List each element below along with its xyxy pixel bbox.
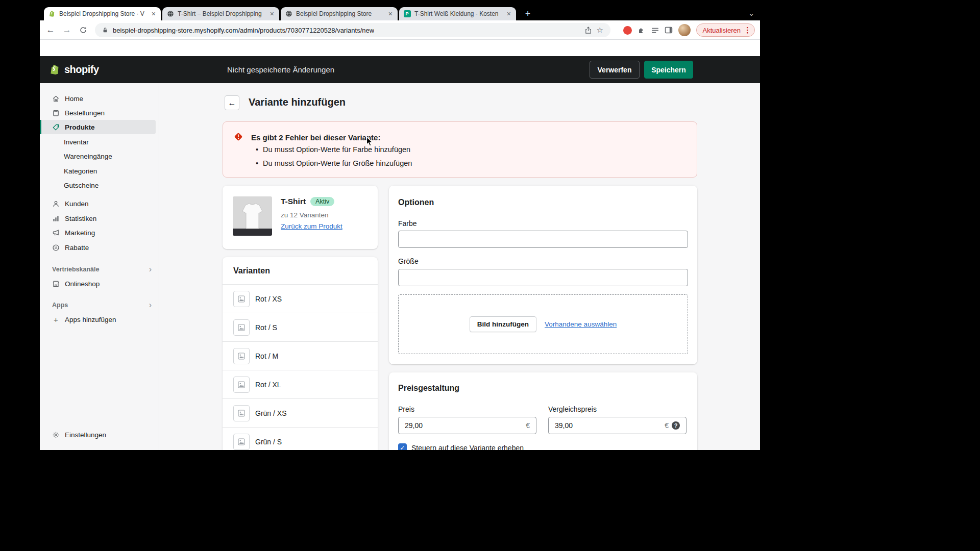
sidebar-item-inventory[interactable]: Inventar bbox=[40, 135, 156, 149]
color-input[interactable] bbox=[398, 231, 688, 248]
error-banner: Es gibt 2 Fehler bei dieser Variante: Du… bbox=[223, 121, 697, 178]
browser-window: Beispiel Dropshipping Store · V × T-Shir… bbox=[40, 5, 760, 450]
unsaved-changes-message: Nicht gespeicherte Änderungen bbox=[227, 56, 334, 83]
reload-button[interactable] bbox=[77, 20, 90, 40]
sidebar-item-online-store[interactable]: Onlineshop bbox=[40, 277, 156, 291]
shopify-bag-icon bbox=[49, 64, 61, 76]
currency-suffix: € bbox=[665, 421, 669, 430]
sidebar-item-marketing[interactable]: Marketing bbox=[40, 226, 156, 240]
choose-existing-link[interactable]: Vorhandene auswählen bbox=[545, 320, 617, 328]
sidebar-item-analytics[interactable]: Statistiken bbox=[40, 211, 156, 226]
adblock-extension-icon[interactable] bbox=[623, 26, 632, 35]
tab-title: Beispiel Dropshipping Store bbox=[296, 10, 384, 17]
tab-title: T-Shirt – Beispiel Dropshipping bbox=[178, 10, 265, 17]
sidebar-item-settings[interactable]: Einstellungen bbox=[40, 428, 156, 442]
tab-title: Beispiel Dropshipping Store · V bbox=[59, 10, 147, 17]
forward-button[interactable]: → bbox=[60, 20, 74, 40]
tab-strip: Beispiel Dropshipping Store · V × T-Shir… bbox=[40, 5, 760, 20]
sidebar-item-discounts[interactable]: Rabatte bbox=[40, 240, 156, 255]
error-item: Du musst Option-Werte für Größe hinzufüg… bbox=[256, 159, 412, 167]
tab-3-storefront[interactable]: Beispiel Dropshipping Store × bbox=[281, 7, 398, 20]
error-banner-title: Es gibt 2 Fehler bei dieser Variante: bbox=[251, 133, 380, 142]
sidebar-item-home[interactable]: Home bbox=[40, 91, 156, 106]
address-bar[interactable]: beispiel-dropshipping-store.myshopify.co… bbox=[95, 23, 610, 37]
lock-icon bbox=[102, 27, 108, 33]
globe-icon bbox=[285, 10, 292, 18]
sidebar-item-customers[interactable]: Kunden bbox=[40, 196, 156, 211]
page-back-button[interactable]: ← bbox=[225, 95, 239, 110]
size-input[interactable] bbox=[398, 269, 688, 286]
sidebar-item-collections[interactable]: Kategorien bbox=[40, 164, 156, 178]
sidebar-item-gift-cards[interactable]: Gutscheine bbox=[40, 178, 156, 192]
reading-list-icon[interactable] bbox=[651, 27, 659, 34]
discard-button[interactable]: Verwerfen bbox=[590, 61, 640, 79]
chrome-update-button[interactable]: Aktualisieren ⋮ bbox=[696, 23, 755, 37]
back-to-product-link[interactable]: Zurück zum Produkt bbox=[281, 222, 342, 230]
shopify-logo[interactable]: shopify bbox=[49, 56, 99, 83]
variant-label: Rot / XS bbox=[255, 295, 282, 303]
image-dropzone: Bild hinzufügen Vorhandene auswählen bbox=[398, 294, 688, 354]
size-field-label: Größe bbox=[398, 257, 419, 265]
variant-row-rot-xl[interactable]: Rot / XL bbox=[223, 370, 378, 399]
marketing-icon bbox=[52, 229, 60, 237]
tab-search-chevron-icon[interactable]: ⌄ bbox=[745, 7, 757, 19]
page-title: Variante hinzufügen bbox=[249, 96, 346, 108]
tax-checkbox-label: Steuern auf diese Variante erheben bbox=[411, 444, 524, 450]
plus-icon: + bbox=[52, 316, 60, 323]
sidebar-section-apps[interactable]: Apps › bbox=[52, 300, 152, 310]
compare-price-input-wrap: € ? bbox=[548, 417, 687, 434]
tab-2-storefront-product[interactable]: T-Shirt – Beispiel Dropshipping × bbox=[162, 7, 279, 20]
share-icon[interactable] bbox=[584, 27, 592, 34]
bookmark-star-icon[interactable]: ☆ bbox=[597, 26, 603, 35]
critical-diamond-icon bbox=[233, 132, 243, 144]
variant-row-rot-xs[interactable]: Rot / XS bbox=[223, 285, 378, 313]
customers-icon bbox=[52, 200, 60, 208]
add-image-button[interactable]: Bild hinzufügen bbox=[470, 316, 536, 332]
shopify-bag-icon bbox=[48, 10, 56, 18]
extensions-puzzle-icon[interactable] bbox=[638, 26, 646, 34]
tab-4-pexels[interactable]: P T-Shirt Weiß Kleidung - Kosten × bbox=[399, 7, 516, 20]
variant-row-gruen-xs[interactable]: Grün / XS bbox=[223, 399, 378, 428]
sidebar-item-add-apps[interactable]: + Apps hinzufügen bbox=[40, 312, 156, 327]
variant-row-rot-s[interactable]: Rot / S bbox=[223, 313, 378, 342]
tab-title: T-Shirt Weiß Kleidung - Kosten bbox=[414, 10, 502, 17]
compare-price-input[interactable] bbox=[555, 421, 662, 430]
close-icon[interactable]: × bbox=[506, 10, 512, 17]
profile-avatar[interactable] bbox=[678, 24, 691, 36]
save-button[interactable]: Speichern bbox=[644, 61, 693, 79]
variant-row-gruen-s[interactable]: Grün / S bbox=[223, 428, 378, 450]
sidebar-item-products[interactable]: Produkte bbox=[40, 120, 156, 134]
analytics-icon bbox=[52, 215, 60, 222]
close-icon[interactable]: × bbox=[151, 10, 157, 17]
toolbar-divider bbox=[40, 39, 760, 40]
price-input[interactable] bbox=[405, 421, 523, 430]
tab-1-shopify-admin[interactable]: Beispiel Dropshipping Store · V × bbox=[44, 7, 161, 20]
variant-row-rot-m[interactable]: Rot / M bbox=[223, 342, 378, 370]
pricing-card: Preisgestaltung Preis Vergleichspreis € … bbox=[389, 372, 697, 450]
status-badge: Aktiv bbox=[310, 197, 334, 206]
image-placeholder-icon bbox=[233, 434, 250, 450]
image-placeholder-icon bbox=[233, 348, 250, 364]
new-tab-button[interactable]: + bbox=[522, 8, 534, 19]
tax-checkbox[interactable]: ✓ bbox=[398, 443, 407, 450]
close-icon[interactable]: × bbox=[269, 10, 275, 17]
variants-card: Varianten Rot / XS Rot / S Rot / M Rot /… bbox=[223, 257, 378, 450]
close-icon[interactable]: × bbox=[387, 10, 394, 17]
sidebar-section-sales-channels[interactable]: Vertriebskanäle › bbox=[52, 264, 152, 274]
product-photo bbox=[233, 196, 272, 236]
help-icon[interactable]: ? bbox=[672, 421, 680, 430]
main-content: ← Variante hinzufügen Es gibt 2 Fehler b… bbox=[159, 83, 760, 450]
side-panel-icon[interactable] bbox=[665, 26, 673, 34]
tax-checkbox-row: ✓ Steuern auf diese Variante erheben bbox=[398, 443, 524, 450]
back-button[interactable]: ← bbox=[44, 20, 57, 40]
variants-card-title: Varianten bbox=[233, 266, 270, 276]
update-label: Aktualisieren bbox=[703, 27, 741, 34]
orders-icon bbox=[52, 109, 60, 117]
toolbar-extensions-area: Aktualisieren ⋮ bbox=[623, 20, 755, 40]
sidebar-item-orders[interactable]: Bestellungen bbox=[40, 106, 156, 120]
admin-sidebar: Home Bestellungen Produkte Inventar Ware… bbox=[40, 83, 159, 450]
variant-count: zu 12 Varianten bbox=[281, 211, 329, 219]
image-placeholder-icon bbox=[233, 291, 250, 307]
sidebar-item-transfers[interactable]: Wareneingänge bbox=[40, 149, 156, 163]
products-tag-icon bbox=[52, 123, 60, 131]
